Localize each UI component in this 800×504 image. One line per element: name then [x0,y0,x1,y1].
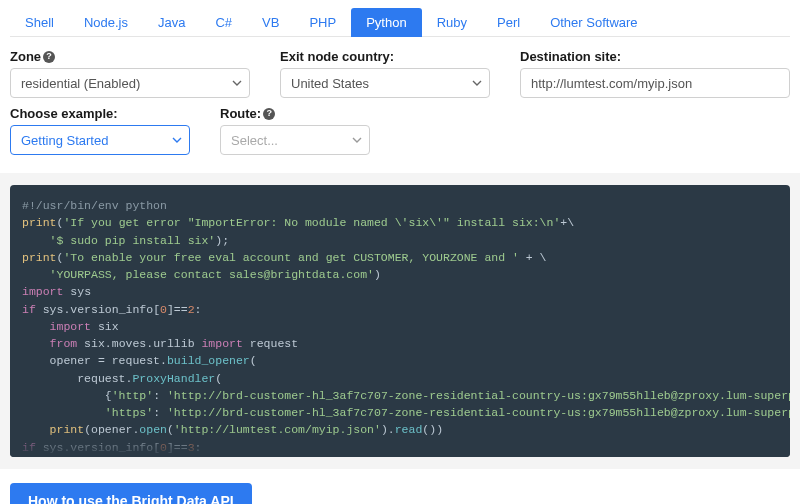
tab-java[interactable]: Java [143,8,200,37]
api-help-button[interactable]: How to use the Bright Data API [10,483,252,504]
zone-label: Zone? [10,49,250,64]
tab-vb[interactable]: VB [247,8,294,37]
tab-php[interactable]: PHP [294,8,351,37]
code-block[interactable]: #!/usr/bin/env python print('If you get … [10,185,790,457]
code-content: #!/usr/bin/env python print('If you get … [22,197,790,457]
code-area: #!/usr/bin/env python print('If you get … [0,173,800,469]
destination-field: Destination site: http://lumtest.com/myi… [520,49,790,98]
tab-ruby[interactable]: Ruby [422,8,482,37]
tab-nodejs[interactable]: Node.js [69,8,143,37]
tab-python[interactable]: Python [351,8,421,37]
example-field: Choose example: Getting Started [10,106,190,155]
route-select[interactable]: Select... [220,125,370,155]
route-field: Route:? Select... [220,106,370,155]
destination-input[interactable]: http://lumtest.com/myip.json [520,68,790,98]
tab-perl[interactable]: Perl [482,8,535,37]
route-label: Route:? [220,106,370,121]
language-tabs: Shell Node.js Java C# VB PHP Python Ruby… [10,8,790,37]
zone-select[interactable]: residential (Enabled) [10,68,250,98]
footer: How to use the Bright Data API [0,469,800,504]
tab-other[interactable]: Other Software [535,8,652,37]
exit-country-select[interactable]: United States [280,68,490,98]
destination-label: Destination site: [520,49,790,64]
example-label: Choose example: [10,106,190,121]
exit-country-field: Exit node country: United States [280,49,490,98]
tab-csharp[interactable]: C# [200,8,247,37]
example-select[interactable]: Getting Started [10,125,190,155]
zone-field: Zone? residential (Enabled) [10,49,250,98]
info-icon[interactable]: ? [263,108,275,120]
exit-country-label: Exit node country: [280,49,490,64]
info-icon[interactable]: ? [43,51,55,63]
tab-shell[interactable]: Shell [10,8,69,37]
